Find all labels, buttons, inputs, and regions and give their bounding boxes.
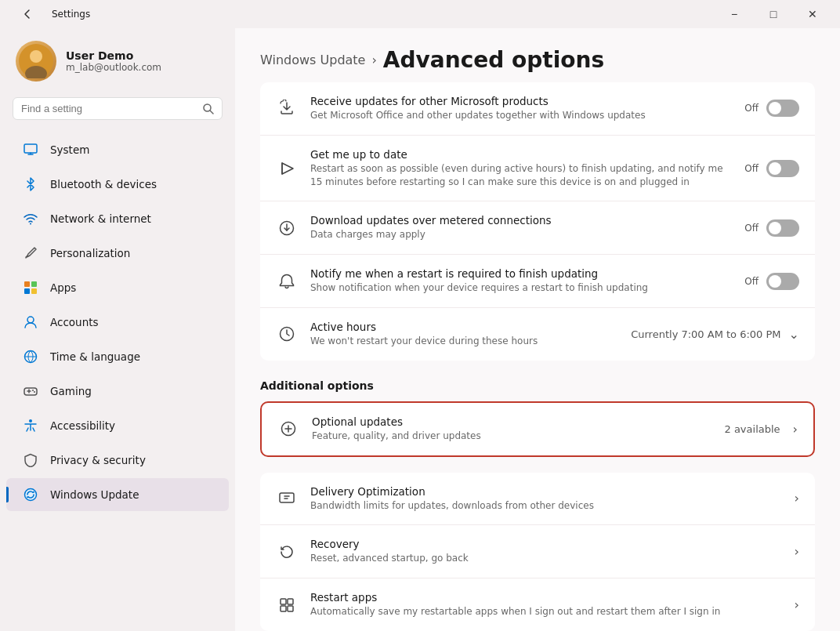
sidebar-item-apps[interactable]: Apps: [6, 271, 229, 304]
search-input[interactable]: [21, 103, 197, 114]
monitor-icon: [22, 141, 39, 158]
notify-restart-toggle[interactable]: [766, 273, 799, 290]
active-hours-value: Currently 7:00 AM to 6:00 PM: [631, 328, 780, 340]
settings-row-optional-updates[interactable]: Optional updates Feature, quality, and d…: [262, 403, 813, 455]
optional-updates-control: 2 available ›: [725, 422, 798, 437]
settings-row-active-hours[interactable]: Active hours We won't restart your devic…: [260, 308, 815, 361]
receive-updates-subtitle: Get Microsoft Office and other updates t…: [310, 109, 732, 122]
sidebar-item-system[interactable]: System: [6, 133, 229, 166]
optional-updates-section: Optional updates Feature, quality, and d…: [260, 401, 815, 457]
receive-updates-toggle[interactable]: [766, 100, 799, 117]
maximize-button[interactable]: □: [755, 3, 791, 25]
svg-point-16: [25, 489, 37, 501]
back-button[interactable]: [9, 3, 45, 25]
globe-icon: [22, 348, 39, 365]
svg-rect-8: [24, 288, 30, 294]
settings-row-content-recovery: Recovery Reset, advanced startup, go bac…: [310, 538, 782, 565]
active-hours-icon: [276, 323, 298, 345]
nav-label-accounts: Accounts: [50, 316, 99, 328]
title-bar: Settings − □ ✕: [0, 0, 840, 28]
svg-rect-29: [288, 606, 293, 611]
sidebar-item-network[interactable]: Network & internet: [6, 202, 229, 235]
download-metered-control: Off: [744, 219, 799, 237]
minimize-button[interactable]: −: [716, 3, 752, 25]
nav-label-gaming: Gaming: [50, 385, 92, 397]
svg-rect-28: [281, 606, 286, 611]
breadcrumb: Windows Update › Advanced options: [260, 47, 815, 73]
settings-row-content-restart-apps: Restart apps Automatically save my resta…: [310, 591, 782, 618]
delivery-optimization-control: ›: [795, 491, 799, 506]
optional-updates-subtitle: Feature, quality, and driver updates: [312, 430, 712, 443]
breadcrumb-separator: ›: [371, 53, 376, 67]
svg-rect-7: [31, 281, 37, 287]
settings-row-recovery[interactable]: Recovery Reset, advanced startup, go bac…: [260, 525, 815, 578]
grid-icon: [22, 279, 39, 296]
sidebar-item-accessibility[interactable]: Accessibility: [6, 409, 229, 442]
user-info: User Demo m_lab@outlook.com: [66, 49, 161, 73]
receive-updates-title: Receive updates for other Microsoft prod…: [310, 95, 732, 107]
download-metered-toggle[interactable]: [766, 219, 799, 237]
download-metered-icon: [276, 217, 298, 239]
optional-updates-title: Optional updates: [312, 415, 712, 428]
recovery-control: ›: [795, 544, 799, 559]
sidebar-item-gaming[interactable]: Gaming: [6, 375, 229, 408]
settings-row-content-receive-updates: Receive updates for other Microsoft prod…: [310, 95, 732, 122]
sidebar-item-personalization[interactable]: Personalization: [6, 237, 229, 270]
settings-row-download-metered: Download updates over metered connection…: [260, 201, 815, 255]
settings-row-content-get-up-to-date: Get me up to date Restart as soon as pos…: [310, 148, 732, 189]
sidebar-item-windowsupdate[interactable]: Windows Update: [6, 478, 229, 511]
optional-updates-icon: [277, 418, 299, 440]
person-icon: [22, 314, 39, 331]
download-metered-title: Download updates over metered connection…: [310, 214, 732, 227]
sidebar-item-bluetooth[interactable]: Bluetooth & devices: [6, 168, 229, 201]
breadcrumb-parent: Windows Update: [260, 53, 365, 67]
title-bar-controls: − □ ✕: [716, 3, 831, 25]
restart-apps-control: ›: [795, 597, 799, 612]
additional-options-section: Delivery Optimization Bandwidth limits f…: [260, 473, 815, 631]
settings-row-content-notify-restart: Notify me when a restart is required to …: [310, 267, 732, 295]
sidebar: User Demo m_lab@outlook.com System: [0, 28, 235, 631]
get-up-to-date-toggle[interactable]: [766, 160, 799, 177]
app-title: Settings: [52, 9, 90, 20]
active-hours-control: Currently 7:00 AM to 6:00 PM ⌄: [631, 327, 799, 342]
notify-restart-icon: [276, 270, 298, 292]
close-button[interactable]: ✕: [795, 3, 831, 25]
title-bar-left: Settings: [9, 3, 90, 25]
receive-updates-control: Off: [744, 100, 799, 117]
settings-row-restart-apps[interactable]: Restart apps Automatically save my resta…: [260, 578, 815, 631]
shield-icon: [22, 451, 39, 469]
delivery-optimization-subtitle: Bandwidth limits for updates, downloads …: [310, 499, 782, 513]
receive-updates-icon: [276, 97, 298, 119]
delivery-optimization-chevron: ›: [795, 491, 799, 506]
active-hours-title: Active hours: [310, 321, 618, 333]
svg-point-1: [30, 50, 42, 63]
user-name: User Demo: [66, 49, 161, 62]
svg-rect-27: [288, 599, 293, 604]
settings-row-content-optional-updates: Optional updates Feature, quality, and d…: [312, 415, 712, 443]
svg-point-14: [34, 391, 35, 393]
notify-restart-control: Off: [744, 273, 799, 290]
active-hours-chevron: ⌄: [789, 327, 799, 342]
settings-row-content-delivery-optimization: Delivery Optimization Bandwidth limits f…: [310, 485, 782, 513]
nav-label-bluetooth: Bluetooth & devices: [50, 178, 157, 190]
gamepad-icon: [22, 383, 39, 400]
recovery-title: Recovery: [310, 538, 782, 550]
recovery-chevron: ›: [795, 544, 799, 559]
restart-apps-title: Restart apps: [310, 591, 782, 604]
restart-apps-icon: [276, 594, 298, 616]
settings-section: Receive updates for other Microsoft prod…: [260, 82, 815, 361]
wifi-icon: [22, 210, 39, 227]
get-up-to-date-control: Off: [744, 160, 799, 177]
restart-apps-subtitle: Automatically save my restartable apps w…: [310, 605, 782, 618]
sidebar-item-accounts[interactable]: Accounts: [6, 306, 229, 339]
optional-updates-count: 2 available: [725, 423, 780, 435]
settings-row-delivery-optimization[interactable]: Delivery Optimization Bandwidth limits f…: [260, 473, 815, 526]
sidebar-item-privacy[interactable]: Privacy & security: [6, 444, 229, 477]
download-metered-state: Off: [744, 223, 759, 234]
svg-rect-9: [31, 288, 37, 294]
svg-rect-6: [24, 281, 30, 287]
app-body: User Demo m_lab@outlook.com System: [0, 28, 840, 631]
sidebar-item-time[interactable]: Time & language: [6, 340, 229, 373]
settings-row-receive-updates: Receive updates for other Microsoft prod…: [260, 82, 815, 136]
breadcrumb-current: Advanced options: [383, 47, 604, 73]
